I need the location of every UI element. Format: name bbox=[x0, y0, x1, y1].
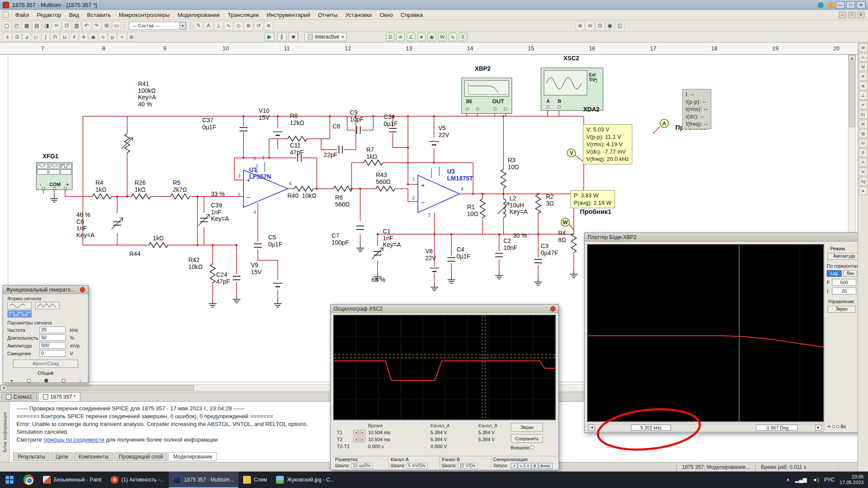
oscilloscope-tool-icon[interactable]: ≋ bbox=[396, 33, 405, 41]
sync-button-Внеш[interactable]: Внеш bbox=[539, 463, 552, 469]
taskbar-item[interactable]: Безымянный - Paint bbox=[38, 472, 106, 488]
close-icon[interactable] bbox=[550, 306, 556, 311]
source-components-icon[interactable]: ± bbox=[3, 33, 12, 41]
radio-icon[interactable] bbox=[530, 445, 534, 449]
wattmeter-probe-icon[interactable]: W bbox=[561, 218, 570, 227]
screen-reverse-button[interactable]: Экран bbox=[828, 306, 855, 313]
xbp2-in-plus-terminal[interactable] bbox=[466, 108, 469, 111]
title-bar[interactable]: 1875 357 - Multisim - [1875 357 *] — □ ✕ bbox=[0, 0, 868, 10]
probe-tool-icon[interactable]: ➤ bbox=[417, 33, 426, 41]
rotate-icon[interactable]: ↺ bbox=[254, 21, 263, 30]
menu-Файл[interactable]: Файл bbox=[11, 11, 33, 19]
convergence-help-link[interactable]: помощь по сходимости bbox=[43, 436, 104, 443]
logic-analyzer-icon[interactable]: ▥ bbox=[859, 129, 868, 138]
multimeter-icon[interactable]: M bbox=[859, 43, 868, 52]
xsc2-b-terminal[interactable] bbox=[558, 105, 561, 108]
chrome-icon[interactable] bbox=[23, 475, 34, 485]
agilent-generator-icon[interactable]: Ag bbox=[859, 177, 868, 186]
taskbar-item[interactable]: Слим bbox=[238, 472, 272, 488]
new-icon[interactable]: ▢ bbox=[2, 21, 11, 30]
waveform-icon[interactable]: ∿ bbox=[224, 21, 233, 30]
taskbar-item[interactable]: 1875 357 - Multisim... bbox=[168, 472, 238, 488]
overlay-teal-dot-icon[interactable] bbox=[818, 2, 824, 8]
pause-simulation-button[interactable]: ∥ bbox=[277, 33, 286, 41]
xfg1-minus-terminal[interactable] bbox=[42, 187, 45, 190]
spectrum-analyzer-icon[interactable]: Λ bbox=[859, 158, 868, 167]
taskbar-clock[interactable]: 23:05 17.05.2023 bbox=[840, 474, 864, 485]
menu-Микроконтроллеры[interactable]: Микроконтроллеры bbox=[115, 11, 174, 19]
electromechanical-icon[interactable]: ⊞ bbox=[127, 33, 136, 41]
cut-icon[interactable]: ✂ bbox=[52, 21, 61, 30]
initial-frequency-value[interactable]: 20 bbox=[832, 288, 856, 295]
start-button[interactable] bbox=[0, 472, 19, 488]
menu-Окно[interactable]: Окно bbox=[376, 11, 397, 19]
copy-icon[interactable]: ⊡ bbox=[62, 21, 71, 30]
probe-icon[interactable]: ⊚ bbox=[244, 21, 253, 30]
cmos-components-icon[interactable]: ⊔ bbox=[60, 33, 69, 41]
log-tab-Компоненты[interactable]: Компоненты bbox=[74, 452, 113, 461]
menu-Вставить[interactable]: Вставить bbox=[83, 11, 115, 19]
distortion-analyzer-icon[interactable]: δ bbox=[859, 148, 868, 157]
zoom-fit-icon[interactable]: ▣ bbox=[605, 21, 615, 30]
measurement-probe-icon[interactable]: ➤ bbox=[859, 187, 868, 195]
log-tab-Цепи[interactable]: Цепи bbox=[51, 452, 73, 461]
logic-converter-icon[interactable]: ⇄ bbox=[859, 120, 868, 128]
undo-icon[interactable]: ↶ bbox=[82, 21, 91, 30]
language-indicator[interactable]: РУС bbox=[824, 477, 835, 483]
interactive-dropdown[interactable]: Interactive ▾ bbox=[305, 33, 347, 41]
linear-scale-button[interactable]: Лин bbox=[843, 270, 857, 277]
misc-components-icon[interactable]: µ bbox=[108, 33, 117, 41]
voltage-probe-icon[interactable]: V bbox=[567, 148, 576, 157]
fg-common-terminal[interactable] bbox=[44, 379, 48, 383]
transistor-components-icon[interactable]: ▷ bbox=[32, 33, 40, 41]
final-frequency-value[interactable]: 500 bbox=[832, 279, 856, 286]
doc-tab[interactable]: 1875 357 * bbox=[38, 392, 80, 401]
ground-icon[interactable]: ⊥ bbox=[214, 21, 223, 30]
zoom-out-icon[interactable]: ⊖ bbox=[585, 21, 595, 30]
oscilloscope-icon[interactable]: ≋ bbox=[859, 72, 868, 81]
xfg1-plus-terminal[interactable] bbox=[64, 187, 67, 190]
place-wire-icon[interactable]: ✎ bbox=[194, 21, 203, 30]
stop-simulation-button[interactable]: ■ bbox=[289, 33, 298, 41]
close-button[interactable]: ✕ bbox=[857, 1, 865, 9]
cursor-left-button[interactable]: ◄ bbox=[353, 430, 359, 436]
grid-icon[interactable]: ⊞ bbox=[102, 21, 111, 30]
magnitude-button[interactable]: Амплитуда bbox=[828, 253, 861, 260]
bode-plotter-icon[interactable]: ∠ bbox=[859, 91, 868, 100]
save-button[interactable]: Сохранить bbox=[511, 434, 543, 443]
triangle-wave-button[interactable] bbox=[35, 302, 59, 309]
bode-plotter-title-bar[interactable]: Плоттер Боде-XBP2 bbox=[585, 233, 861, 242]
four-channel-oscilloscope-icon[interactable]: ≣ bbox=[859, 82, 868, 90]
print-preview-icon[interactable]: ◨ bbox=[42, 21, 51, 30]
scale-value[interactable]: 10 V/Div bbox=[458, 463, 478, 468]
menu-Трансляция[interactable]: Трансляция bbox=[224, 11, 263, 19]
mdi-minimize-button[interactable]: — bbox=[839, 12, 846, 18]
diode-components-icon[interactable]: ⊿ bbox=[22, 33, 31, 41]
bode-in-minus-terminal[interactable] bbox=[836, 425, 839, 428]
xbp2-out-plus-terminal[interactable] bbox=[493, 108, 496, 111]
menu-Установки[interactable]: Установки bbox=[342, 11, 376, 19]
screen-reverse-button[interactable]: Экран bbox=[511, 423, 543, 432]
sync-button-B[interactable]: B bbox=[532, 463, 538, 469]
fg-field-input[interactable]: 50 bbox=[39, 334, 66, 341]
tray-chevron-icon[interactable]: ∧ bbox=[786, 477, 790, 483]
menu-Вид[interactable]: Вид bbox=[65, 11, 83, 19]
ttl-components-icon[interactable]: ⊓ bbox=[51, 33, 59, 41]
mdi-close-button[interactable]: ✕ bbox=[857, 12, 865, 18]
external-trigger-option[interactable]: Внешняя bbox=[511, 445, 534, 450]
fg-field-input[interactable]: 0 bbox=[39, 350, 66, 357]
print-icon[interactable]: ▤ bbox=[32, 21, 41, 30]
xsc2-a-terminal[interactable] bbox=[546, 105, 549, 108]
bode-plotter-instrument-icon[interactable]: IN OUT bbox=[461, 78, 512, 114]
close-icon[interactable] bbox=[80, 287, 85, 292]
xbp2-in-minus-terminal[interactable] bbox=[476, 108, 479, 111]
basic-components-icon[interactable]: Ω bbox=[13, 33, 21, 41]
menu-Моделирование[interactable]: Моделирование bbox=[174, 11, 224, 19]
sync-button-A[interactable]: A bbox=[525, 463, 531, 469]
fg-plus-terminal[interactable] bbox=[27, 379, 31, 383]
log-tab-Результаты[interactable]: Результаты bbox=[13, 452, 50, 461]
xfg1-com-terminal[interactable] bbox=[53, 187, 56, 190]
paste-icon[interactable]: ▨ bbox=[72, 21, 81, 30]
redo-icon[interactable]: ↷ bbox=[92, 21, 101, 30]
junction-icon[interactable]: ◇ bbox=[234, 21, 243, 30]
